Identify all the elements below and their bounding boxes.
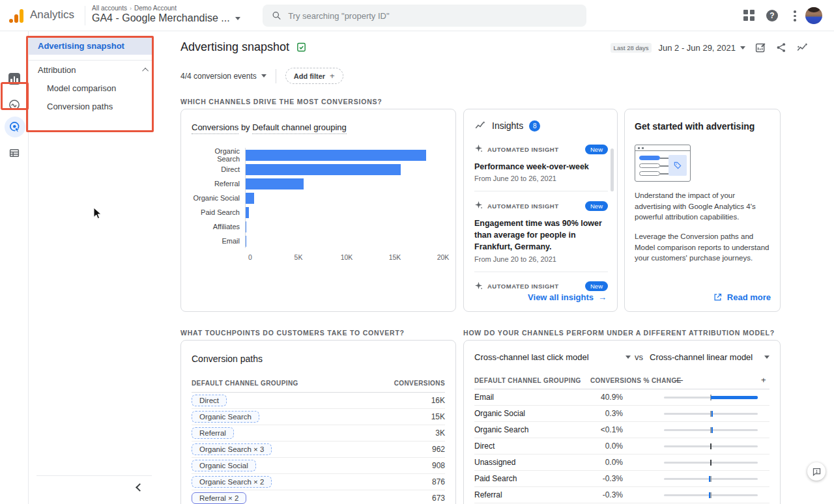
chart-bar-area bbox=[245, 148, 445, 162]
chart-x-tick: 0 bbox=[248, 253, 252, 261]
chart-x-tick: 20K bbox=[437, 253, 450, 261]
nav-item-advertising-snapshot[interactable]: Advertising snapshot bbox=[29, 37, 154, 55]
channel-name: Email bbox=[474, 393, 572, 402]
customize-report-icon[interactable] bbox=[755, 42, 766, 53]
view-all-insights-link[interactable]: View all insights → bbox=[528, 292, 607, 302]
channel-chip[interactable]: Organic Social bbox=[192, 460, 256, 471]
nav-item-conversion-paths[interactable]: Conversion paths bbox=[47, 102, 113, 111]
chart-x-tick: 5K bbox=[295, 253, 303, 261]
insight-item[interactable]: AUTOMATED INSIGHTNewPerformance week-ove… bbox=[474, 143, 608, 182]
conversion-paths-title: Conversion paths bbox=[192, 354, 445, 364]
automated-insight-sparkle-icon bbox=[474, 200, 483, 212]
insight-kind-label: AUTOMATED INSIGHT bbox=[487, 203, 581, 210]
conversion-paths-rows: Direct16KOrganic Search15KReferral3KOrga… bbox=[192, 393, 445, 504]
chevron-down-icon bbox=[626, 356, 631, 359]
property-selector[interactable]: GA4 - Google Merchandise ... bbox=[92, 12, 240, 24]
share-icon[interactable] bbox=[775, 42, 787, 53]
table-row: Organic Social0.3% bbox=[474, 406, 769, 422]
chart-title: Conversions by Default channel grouping bbox=[192, 122, 445, 132]
data-quality-icon[interactable] bbox=[296, 42, 307, 53]
column-header-conversions[interactable]: CONVERSIONS bbox=[394, 380, 445, 387]
change-bar-track bbox=[664, 397, 758, 399]
search-input[interactable] bbox=[288, 11, 577, 21]
channel-chip[interactable]: Organic Search × 3 bbox=[192, 443, 272, 455]
insights-spark-icon[interactable] bbox=[796, 42, 808, 53]
channel-name: Direct bbox=[474, 441, 572, 451]
model-a-selector[interactable]: Cross-channel last click model bbox=[474, 352, 631, 362]
bar-chart-xaxis: 05K10K15K20K bbox=[250, 252, 445, 265]
table-row: Organic Search × 2876 bbox=[192, 474, 445, 490]
conversion-filter-label: 4/4 conversion events bbox=[180, 72, 257, 81]
insight-item[interactable]: AUTOMATED INSIGHTNewEngagement time was … bbox=[474, 200, 608, 262]
chart-category-label: Organic Social bbox=[192, 194, 245, 202]
chart-row: Affiliates bbox=[192, 219, 445, 234]
column-header-change[interactable]: CONVERSIONS % CHANGE bbox=[590, 377, 682, 384]
more-options-icon[interactable] bbox=[790, 10, 799, 21]
chart-bar-area bbox=[245, 162, 445, 176]
nav-item-label: Advertising snapshot bbox=[38, 41, 124, 51]
chart-row: Direct bbox=[192, 162, 445, 176]
insights-scrollbar[interactable] bbox=[611, 148, 614, 191]
channel-chip[interactable]: Organic Search bbox=[192, 411, 259, 423]
channel-name: Unassigned bbox=[474, 458, 572, 467]
reports-icon[interactable] bbox=[8, 73, 20, 85]
vs-label: vs bbox=[635, 352, 643, 362]
change-bar-area bbox=[623, 455, 769, 471]
automated-insight-sparkle-icon bbox=[474, 281, 483, 292]
change-bar-track bbox=[664, 429, 758, 431]
chart-bar bbox=[246, 207, 249, 218]
channel-chip[interactable]: Referral bbox=[192, 427, 234, 439]
channel-chip[interactable]: Direct bbox=[192, 395, 227, 406]
library-icon[interactable] bbox=[8, 147, 20, 159]
filters-row: 4/4 conversion events Add filter + bbox=[180, 68, 343, 84]
insight-item[interactable]: AUTOMATED INSIGHTNew bbox=[474, 281, 608, 292]
insight-divider bbox=[474, 191, 608, 191]
nav-section-attribution[interactable]: Attribution bbox=[38, 64, 149, 75]
chart-row: Referral bbox=[192, 176, 445, 191]
chart-bar-area bbox=[245, 205, 445, 219]
search-bar[interactable] bbox=[263, 5, 586, 27]
explore-icon[interactable] bbox=[8, 99, 20, 111]
model-b-selector[interactable]: Cross-channel linear model bbox=[650, 352, 769, 362]
nav-item-model-comparison[interactable]: Model comparison bbox=[47, 83, 116, 93]
breadcrumb-all-accounts[interactable]: All accounts bbox=[92, 5, 127, 12]
section-channels-question: WHICH CHANNELS DRIVE THE MOST CONVERSION… bbox=[180, 98, 382, 105]
chart-dimension-link[interactable]: Default channel grouping bbox=[252, 122, 347, 134]
center-tick bbox=[710, 476, 712, 482]
help-icon[interactable]: ? bbox=[766, 10, 778, 21]
insight-title[interactable]: Performance week-over-week bbox=[474, 161, 602, 173]
user-avatar[interactable] bbox=[805, 7, 822, 24]
chart-metric-link[interactable]: Conversions bbox=[192, 122, 238, 134]
chevron-down-icon bbox=[261, 74, 266, 77]
new-badge: New bbox=[585, 201, 608, 211]
icon-rail: ⚙ bbox=[0, 31, 29, 504]
advertising-icon[interactable] bbox=[9, 121, 21, 133]
nav-section-label: Attribution bbox=[38, 65, 76, 75]
insight-title[interactable]: Engagement time was 90% lower than avera… bbox=[474, 217, 602, 253]
table-row: Referral-0.3% bbox=[474, 487, 769, 503]
change-value: 40.9% bbox=[572, 393, 623, 402]
insights-count-badge: 8 bbox=[529, 120, 540, 132]
column-header-channel-grouping[interactable]: DEFAULT CHANNEL GROUPING bbox=[192, 380, 298, 387]
apps-grid-icon[interactable] bbox=[743, 10, 755, 21]
conversions-value: 3K bbox=[435, 428, 445, 438]
add-filter-button[interactable]: Add filter + bbox=[285, 68, 343, 84]
channel-chip[interactable]: Referral × 2 bbox=[192, 492, 246, 504]
insights-icon bbox=[474, 120, 486, 132]
breadcrumb-demo-account[interactable]: Demo Account bbox=[134, 5, 177, 12]
chart-category-label: Organic Search bbox=[192, 147, 245, 163]
conversions-value: 962 bbox=[432, 445, 445, 454]
column-header-channel-grouping[interactable]: DEFAULT CHANNEL GROUPING bbox=[474, 377, 581, 384]
conversion-events-filter[interactable]: 4/4 conversion events bbox=[180, 72, 266, 81]
date-range-selector[interactable]: Jun 2 - Jun 29, 2021 bbox=[658, 43, 745, 53]
table-row: Email40.9% bbox=[474, 389, 769, 406]
chart-category-label: Email bbox=[192, 237, 245, 245]
channel-chip[interactable]: Organic Search × 2 bbox=[192, 476, 272, 488]
change-bar-area bbox=[623, 422, 769, 438]
feedback-button[interactable] bbox=[807, 462, 826, 481]
get-started-card: Get started with advertising Understand … bbox=[624, 109, 781, 312]
section-attribution-question: HOW DO YOUR CHANNELS PERFORM UNDER A DIF… bbox=[463, 329, 775, 337]
read-more-link[interactable]: Read more bbox=[713, 292, 771, 302]
analytics-logo-icon[interactable] bbox=[9, 8, 26, 23]
table-row: Referral × 2673 bbox=[192, 490, 445, 504]
